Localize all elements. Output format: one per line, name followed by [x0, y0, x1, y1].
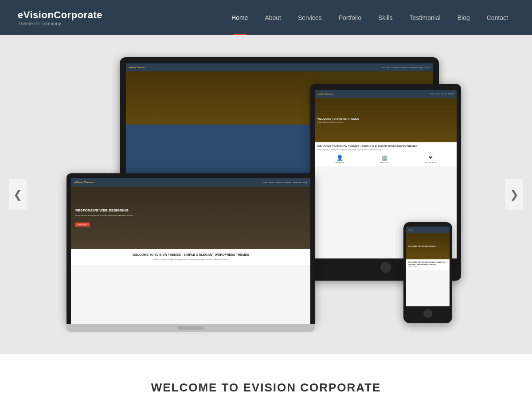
phone-mini-nav: eVison [406, 227, 450, 233]
laptop-mini-link: About [269, 181, 274, 184]
desktop-mini-link: Services [393, 66, 399, 69]
nav-contact[interactable]: Contact [481, 0, 514, 35]
nav-testimonial[interactable]: Testimonial [403, 0, 447, 35]
desktop-mini-link: About [387, 66, 391, 69]
desktop-mini-link: Contact [424, 66, 430, 69]
tablet-mini-link: Portfolio [448, 93, 454, 95]
nav-home[interactable]: Home [225, 0, 254, 35]
laptop-base [66, 324, 315, 332]
phone-mini-hero: WELCOME TO EVISION THEMES [406, 233, 450, 259]
phone-screen: eVison WELCOME TO EVISION THEMES WELCOME… [406, 227, 450, 306]
brand-name: eVisionCorporate [18, 9, 102, 21]
brand: eVisionCorporate Theme for comapny [18, 9, 102, 26]
why-label: WHY CHOOSE US [425, 162, 436, 164]
laptop-mini-links: Home About Services Portfolio Testimonia… [263, 181, 307, 184]
laptop-welcome: WELCOME TO EVISION THEMES - SIMPLE & ELE… [71, 249, 310, 265]
who-icon: 👤 [335, 155, 344, 161]
laptop-mini-link: Blog [303, 181, 307, 184]
tablet-icon-what: 🏢 WHAT DO WE [380, 155, 389, 164]
tablet-mini-link: Home [430, 93, 434, 95]
laptop-mini-para: Lorem ipsum is simply dummy text of the … [75, 214, 133, 216]
laptop-mini-link: Testimonial [293, 181, 301, 184]
nav-links: Home About Services Portfolio Skills Tes… [225, 0, 514, 35]
laptop-welcome-title: WELCOME TO EVISION THEMES - SIMPLE & ELE… [75, 253, 306, 256]
laptop-mini-link: Portfolio [284, 181, 291, 184]
why-icon: ❤ [425, 155, 436, 161]
main-nav: eVisionCorporate Theme for comapny Home … [0, 0, 532, 35]
welcome-title: WELCOME TO EVISION CORPORATE [9, 381, 523, 395]
what-label: WHAT DO WE [380, 162, 389, 164]
carousel-next-button[interactable]: ❯ [505, 179, 523, 210]
phone-body: eVison WELCOME TO EVISION THEMES WELCOME… [403, 222, 452, 323]
laptop-mini-link: Home [263, 181, 268, 184]
tablet-text: eVision Themes, a leading web design and… [317, 149, 454, 151]
laptop-mini-hero-text: RESPONSIVE WEB DESIGNING Lorem ipsum is … [75, 208, 133, 227]
tablet-home-button [380, 262, 391, 273]
desktop-mini-link: Home [381, 66, 386, 69]
laptop-body: eVison Themes Home About Services Portfo… [66, 173, 315, 324]
nav-blog[interactable]: Blog [451, 0, 476, 35]
tablet-mini-link: Services [441, 93, 447, 95]
phone-text: eVision Themes... [408, 266, 448, 268]
tablet-mini-nav: eVison Themes Home About Services Portfo… [315, 90, 457, 98]
laptop-mini-nav: eVison Themes Home About Services Portfo… [71, 178, 310, 187]
laptop-mini-btn: Read More [75, 223, 90, 227]
tablet-hero-title: WELCOME TO EVISION THEMES [317, 117, 359, 120]
laptop-mini-hero: RESPONSIVE WEB DESIGNING Lorem ipsum is … [71, 187, 310, 249]
tablet-hero-text: WELCOME TO EVISION THEMES Simple & Elega… [317, 117, 359, 123]
laptop-screen: eVison Themes Home About Services Portfo… [71, 178, 310, 324]
desktop-mini-link: Testimonial [409, 66, 418, 69]
nav-portfolio[interactable]: Portfolio [332, 0, 368, 35]
tablet-mini-hero: WELCOME TO EVISION THEMES Simple & Elega… [315, 98, 457, 142]
tablet-icons: 👤 WHO ARE WE 🏢 WHAT DO WE ❤ WHY CHOOSE U… [317, 155, 454, 164]
desktop-mini-link: Blog [419, 66, 422, 69]
phone-device: eVison WELCOME TO EVISION THEMES WELCOME… [403, 222, 452, 323]
laptop-mini-logo: eVison Themes [74, 181, 94, 184]
welcome-section: WELCOME TO EVISION CORPORATE [0, 354, 532, 399]
nav-about[interactable]: About [258, 0, 287, 35]
phone-hero-text: WELCOME TO EVISION THEMES [408, 245, 436, 247]
tablet-mini-links: Home About Services Portfolio [430, 93, 454, 95]
devices-container: eVison Themes Home About Services Portfo… [66, 57, 466, 332]
desktop-mini-nav: eVison Themes Home About Services Portfo… [126, 63, 433, 71]
carousel-prev-button[interactable]: ❮ [9, 179, 27, 210]
desktop-mini-link: Portfolio [401, 66, 407, 69]
phone-mini-logo: eVison [408, 229, 413, 231]
laptop-welcome-text: eVision Themes, a leading web design and… [75, 258, 306, 261]
tablet-mini-logo: eVison Themes [317, 93, 333, 95]
desktop-mini-links: Home About Services Portfolio Testimonia… [381, 66, 430, 69]
hero-section: ❮ eVison Themes Home About Services Port… [0, 35, 532, 354]
tablet-icon-who: 👤 WHO ARE WE [335, 155, 344, 164]
tablet-icon-why: ❤ WHY CHOOSE US [425, 155, 436, 164]
tablet-welcome-title: WELCOME TO EVISION THEMES - SIMPLE & ELE… [317, 145, 454, 148]
laptop-mini-title: RESPONSIVE WEB DESIGNING [75, 208, 133, 212]
who-label: WHO ARE WE [335, 162, 344, 164]
phone-home-button [423, 309, 432, 318]
nav-skills[interactable]: Skills [372, 0, 399, 35]
tablet-mini-link: About [436, 93, 440, 95]
brand-tagline: Theme for comapny [18, 21, 102, 26]
tablet-hero-subtitle: Simple & Elegant WordPress Themes [317, 121, 359, 123]
laptop-mini-link: Services [276, 181, 282, 184]
tablet-content: WELCOME TO EVISION THEMES - SIMPLE & ELE… [315, 142, 457, 166]
laptop-device: eVison Themes Home About Services Portfo… [66, 173, 315, 332]
desktop-mini-logo: eVison Themes [129, 66, 145, 69]
phone-welcome-title: WELCOME TO EVISION THEMES - SIMPLE & ELE… [408, 261, 448, 266]
nav-services[interactable]: Services [292, 0, 328, 35]
what-icon: 🏢 [380, 155, 389, 161]
phone-content: WELCOME TO EVISION THEMES - SIMPLE & ELE… [406, 259, 450, 270]
